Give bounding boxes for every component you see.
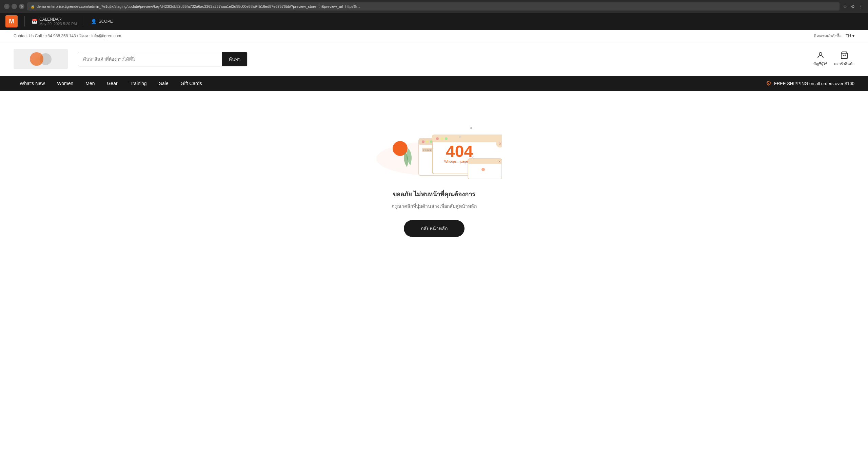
cart-label: ตะกร้าสินค้า <box>834 61 854 67</box>
nav-link-gear[interactable]: Gear <box>101 76 123 91</box>
svg-point-0 <box>819 53 822 55</box>
free-shipping-banner: ⚙ FREE SHIPPING on all orders over $100 <box>766 80 854 87</box>
main-navigation: What's New Women Men Gear Training Sale … <box>0 76 868 91</box>
svg-text:404: 404 <box>446 142 473 160</box>
search-button[interactable]: ค้นหา <box>222 52 247 66</box>
nav-item-gear[interactable]: Gear <box>101 76 123 91</box>
track-order[interactable]: ติดตามคำสั่งซื้อ <box>814 33 842 39</box>
header-icons: บัญชีผู้ใช้ ตะกร้าสินค้า <box>813 51 854 67</box>
admin-calendar[interactable]: 📅 CALENDAR May 20, 2023 5:20 PM <box>32 17 77 26</box>
browser-chrome: ← → ↻ 🔒 demo-enterprise.tigrendev.com/ad… <box>0 0 868 13</box>
svg-text:ERROR: ERROR <box>423 149 432 152</box>
extensions-icon[interactable]: ⚙ <box>850 3 856 10</box>
svg-point-5 <box>470 127 472 129</box>
browser-nav-buttons: ← → ↻ <box>4 4 24 9</box>
menu-icon[interactable]: ⋮ <box>858 3 864 10</box>
scope-label: SCOPE <box>99 19 113 24</box>
back-button[interactable]: ← <box>4 4 9 9</box>
nav-item-whats-new[interactable]: What's New <box>14 76 51 91</box>
svg-point-8 <box>422 140 425 143</box>
lock-icon: 🔒 <box>31 5 35 8</box>
calendar-icon: 📅 <box>32 19 37 24</box>
free-shipping-text: FREE SHIPPING on all orders over $100 <box>774 81 854 86</box>
account-label: บัญชีผู้ใช้ <box>813 61 827 67</box>
svg-point-17 <box>445 137 448 140</box>
svg-text:✕: ✕ <box>498 141 502 146</box>
site-logo[interactable] <box>14 49 68 69</box>
nav-link-sale[interactable]: Sale <box>153 76 175 91</box>
top-bar: Contact Us Call : +84 988 358 143 / อีเม… <box>0 30 868 42</box>
nav-item-gift-cards[interactable]: Gift Cards <box>175 76 208 91</box>
cart-icon <box>840 51 848 59</box>
logo-shape-1 <box>30 52 43 66</box>
svg-text:✕: ✕ <box>458 135 462 139</box>
admin-bar: M 📅 CALENDAR May 20, 2023 5:20 PM 👤 SCOP… <box>0 13 868 30</box>
magento-logo: M <box>5 15 18 27</box>
nav-item-sale[interactable]: Sale <box>153 76 175 91</box>
language-label: TH <box>846 34 851 38</box>
nav-item-training[interactable]: Training <box>124 76 153 91</box>
account-icon-item[interactable]: บัญชีผู้ใช้ <box>813 51 827 67</box>
svg-point-16 <box>440 137 443 140</box>
main-content: ERROR ✕ 404 Whoops... page not found! ✕ … <box>0 91 868 294</box>
svg-point-9 <box>426 140 429 143</box>
back-home-button[interactable]: กลับหน้าหลัก <box>404 220 465 237</box>
forward-button[interactable]: → <box>12 4 17 9</box>
cart-icon-item[interactable]: ตะกร้าสินค้า <box>834 51 854 67</box>
nav-item-women[interactable]: Women <box>51 76 79 91</box>
svg-text:✕: ✕ <box>498 160 501 163</box>
nav-link-whats-new[interactable]: What's New <box>14 76 51 91</box>
calendar-label: CALENDAR <box>39 17 77 22</box>
chevron-down-icon: ▾ <box>852 34 854 38</box>
user-icon: 👤 <box>91 19 97 24</box>
error-title: ขออภัย ไม่พบหน้าที่คุณต้องการ <box>392 189 477 199</box>
address-bar[interactable]: 🔒 demo-enterprise.tigrendev.com/admin_7e… <box>27 2 840 11</box>
admin-scope[interactable]: 👤 SCOPE <box>91 19 113 24</box>
nav-item-men[interactable]: Men <box>79 76 101 91</box>
error-subtitle: กรุณาคลิกที่ปุ่มด้านล่างเพื่อกลับสู่หน้า… <box>392 202 477 210</box>
contact-info: Contact Us Call : +84 988 358 143 / อีเม… <box>14 33 121 39</box>
svg-text:✕: ✕ <box>471 156 474 159</box>
admin-date: May 20, 2023 5:20 PM <box>39 22 77 26</box>
site-header: ค้นหา บัญชีผู้ใช้ ตะกร้าสินค้า <box>0 42 868 76</box>
nav-link-gift-cards[interactable]: Gift Cards <box>175 76 208 91</box>
bookmark-icon[interactable]: ☆ <box>842 3 848 10</box>
nav-link-training[interactable]: Training <box>124 76 153 91</box>
svg-point-28 <box>481 168 485 171</box>
admin-separator2 <box>84 16 84 26</box>
nav-link-women[interactable]: Women <box>51 76 79 91</box>
url-text: demo-enterprise.tigrendev.com/admin_7e1q… <box>37 4 836 8</box>
svg-point-15 <box>436 137 439 140</box>
shipping-icon: ⚙ <box>766 80 771 87</box>
refresh-button[interactable]: ↻ <box>19 4 24 9</box>
account-icon <box>816 51 825 59</box>
top-bar-right: ติดตามคำสั่งซื้อ TH ▾ <box>814 33 854 39</box>
nav-link-men[interactable]: Men <box>79 76 101 91</box>
browser-actions: ☆ ⚙ ⋮ <box>842 3 864 10</box>
nav-links: What's New Women Men Gear Training Sale … <box>14 76 208 91</box>
search-input[interactable] <box>78 52 222 66</box>
language-selector[interactable]: TH ▾ <box>846 34 854 38</box>
error-illustration: ERROR ✕ 404 Whoops... page not found! ✕ … <box>366 104 502 179</box>
error-text-block: ขออภัย ไม่พบหน้าที่คุณต้องการ กรุณาคลิกท… <box>392 189 477 237</box>
admin-separator <box>24 16 25 26</box>
search-bar: ค้นหา <box>78 52 248 66</box>
